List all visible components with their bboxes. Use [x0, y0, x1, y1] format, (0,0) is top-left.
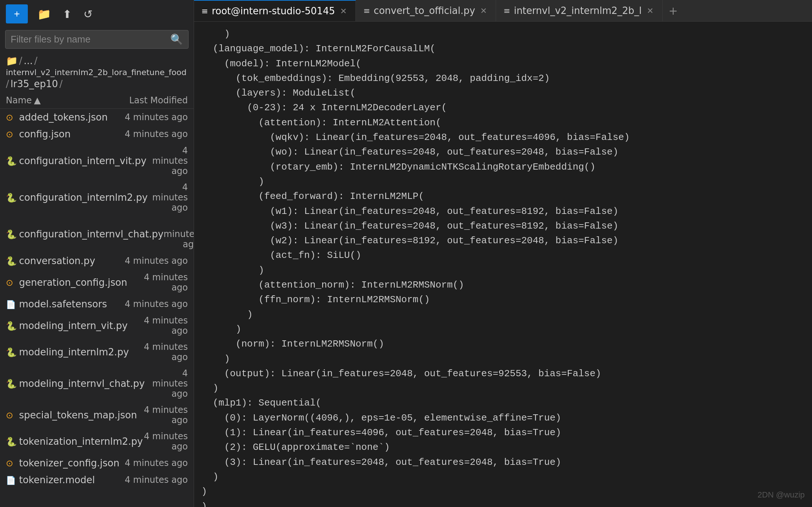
tab-internvl[interactable]: ≡ internvl_v2_internlm2_2b_l ✕	[496, 0, 663, 21]
file-name: tokenizer.model	[19, 474, 115, 485]
file-name: added_tokens.json	[19, 112, 115, 123]
file-modified: 4 minutes ago	[127, 272, 188, 293]
file-modified: 4 minutes ago	[137, 405, 188, 425]
tab-convert[interactable]: ≡ convert_to_official.py ✕	[356, 0, 496, 21]
file-type-icon: ⊙	[6, 410, 19, 421]
file-modified: 4 minutes ago	[129, 342, 188, 362]
new-file-button[interactable]: +	[6, 4, 28, 23]
file-type-icon: 📄	[6, 474, 19, 485]
file-modified: 4 minutes ago	[146, 145, 188, 176]
file-modified: 4 minutes ago	[128, 315, 188, 336]
list-item[interactable]: 🐍 modeling_internvl_chat.py 4 minutes ag…	[0, 365, 194, 402]
file-type-icon: ⊙	[6, 112, 19, 123]
toolbar: + 📁 ⬆ ↺	[0, 0, 194, 28]
file-name: modeling_intern_vit.py	[19, 320, 128, 331]
tab-label: root@intern-studio-50145	[212, 5, 335, 16]
file-name: generation_config.json	[19, 277, 127, 288]
file-modified: 4 minutes ago	[115, 129, 188, 139]
file-name: model.safetensors	[19, 299, 115, 310]
column-modified[interactable]: Last Modified	[122, 95, 188, 106]
tabs-bar: ≡ root@intern-studio-50145 ✕ ≡ convert_t…	[194, 0, 812, 22]
tab-close-button[interactable]: ✕	[645, 5, 655, 16]
file-name: tokenization_internlm2.py	[19, 436, 143, 447]
list-item[interactable]: ⊙ added_tokens.json 4 minutes ago	[0, 109, 194, 126]
list-item[interactable]: 🐍 modeling_internlm2.py 4 minutes ago	[0, 339, 194, 365]
sort-icon: ▲	[34, 95, 41, 106]
breadcrumb-path[interactable]: internvl_v2_internlm2_2b_lora_finetune_f…	[6, 68, 186, 77]
list-item[interactable]: 🐍 configuration_intern_vit.py 4 minutes …	[0, 143, 194, 179]
file-type-icon: 🐍	[6, 155, 19, 166]
file-type-icon: 🐍	[6, 436, 19, 447]
file-type-icon: ⊙	[6, 458, 19, 469]
folder-icon: 📁	[37, 8, 51, 20]
file-explorer: + 📁 ⬆ ↺ 🔍 📁 / ... / internvl_v2_internlm…	[0, 0, 194, 507]
file-type-icon: 🐍	[6, 255, 19, 266]
file-name: config.json	[19, 129, 115, 140]
file-type-icon: ⊙	[6, 129, 19, 140]
list-item[interactable]: 📄 model.safetensors 4 minutes ago	[0, 296, 194, 312]
file-name: special_tokens_map.json	[19, 410, 137, 421]
file-type-icon: 🐍	[6, 378, 19, 389]
search-input[interactable]	[11, 34, 167, 45]
file-modified: 4 minutes ago	[115, 299, 188, 309]
file-modified: 4 minutes ago	[119, 458, 188, 468]
tab-label: internvl_v2_internlm2_2b_l	[514, 5, 642, 16]
tab-close-button[interactable]: ✕	[339, 6, 348, 16]
file-modified: 4 minutes ago	[115, 112, 188, 122]
tab-terminal[interactable]: ≡ root@intern-studio-50145 ✕	[194, 0, 356, 21]
list-item[interactable]: 🐍 configuration_internlm2.py 4 minutes a…	[0, 179, 194, 216]
tab-icon: ≡	[201, 7, 208, 16]
code-area[interactable]: ) (language_model): InternLM2ForCausalLM…	[194, 22, 812, 507]
list-item[interactable]: 🐍 configuration_internvl_chat.py 4 minut…	[0, 216, 194, 252]
list-item[interactable]: 📄 tokenizer.model 4 minutes ago	[0, 471, 194, 488]
editor-panel: ≡ root@intern-studio-50145 ✕ ≡ convert_t…	[194, 0, 812, 507]
file-type-icon: 🐍	[6, 347, 19, 358]
file-type-icon: 🐍	[6, 320, 19, 331]
file-name: modeling_internvl_chat.py	[19, 378, 145, 389]
list-item[interactable]: 🐍 conversation.py 4 minutes ago	[0, 252, 194, 269]
new-folder-button[interactable]: 📁	[35, 5, 53, 23]
list-item[interactable]: ⊙ config.json 4 minutes ago	[0, 126, 194, 143]
list-item[interactable]: 🐍 modeling_intern_vit.py 4 minutes ago	[0, 312, 194, 339]
search-icon: 🔍	[170, 33, 183, 45]
file-modified: 4 minutes ago	[115, 256, 188, 266]
file-list: ⊙ added_tokens.json 4 minutes ago ⊙ conf…	[0, 109, 194, 507]
plus-icon: +	[14, 8, 20, 20]
list-item[interactable]: ⊙ generation_config.json 4 minutes ago	[0, 269, 194, 296]
file-name: configuration_intern_vit.py	[19, 155, 146, 166]
list-item[interactable]: ⊙ special_tokens_map.json 4 minutes ago	[0, 402, 194, 428]
upload-icon: ⬆	[63, 8, 72, 20]
tab-icon: ≡	[363, 6, 370, 15]
breadcrumb: 📁 / ... / internvl_v2_internlm2_2b_lora_…	[0, 52, 194, 92]
list-item[interactable]: ⊙ tokenizer_config.json 4 minutes ago	[0, 455, 194, 471]
file-modified: 4 minutes ago	[164, 219, 194, 249]
refresh-icon: ↺	[83, 8, 93, 20]
tab-close-button[interactable]: ✕	[479, 5, 488, 16]
file-name: tokenizer_config.json	[19, 458, 119, 469]
search-box: 🔍	[5, 30, 189, 49]
file-modified: 4 minutes ago	[145, 368, 188, 399]
watermark: 2DN @wuzip	[757, 490, 805, 500]
file-name: modeling_internlm2.py	[19, 347, 129, 358]
file-name: conversation.py	[19, 255, 115, 266]
file-list-header: Name ▲ Last Modified	[0, 92, 194, 109]
refresh-button[interactable]: ↺	[81, 5, 95, 23]
list-item[interactable]: 🐍 tokenization_internlm2.py 4 minutes ag…	[0, 428, 194, 455]
file-type-icon: ⊙	[6, 277, 19, 288]
file-modified: 4 minutes ago	[143, 431, 188, 452]
file-modified: 4 minutes ago	[115, 475, 188, 485]
file-type-icon: 🐍	[6, 229, 19, 240]
file-name: configuration_internvl_chat.py	[19, 229, 164, 240]
breadcrumb-subpath[interactable]: lr35_ep10	[11, 78, 58, 89]
breadcrumb-folder-icon: 📁	[6, 55, 18, 66]
column-name[interactable]: Name ▲	[6, 95, 122, 106]
file-type-icon: 🐍	[6, 192, 19, 203]
tab-icon: ≡	[503, 6, 510, 15]
tab-label: convert_to_official.py	[374, 5, 475, 16]
add-tab-button[interactable]: +	[663, 0, 684, 21]
file-type-icon: 📄	[6, 299, 19, 310]
file-name: configuration_internlm2.py	[19, 192, 148, 203]
upload-button[interactable]: ⬆	[60, 5, 74, 23]
file-modified: 4 minutes ago	[148, 182, 188, 213]
breadcrumb-dots[interactable]: ...	[24, 55, 33, 66]
